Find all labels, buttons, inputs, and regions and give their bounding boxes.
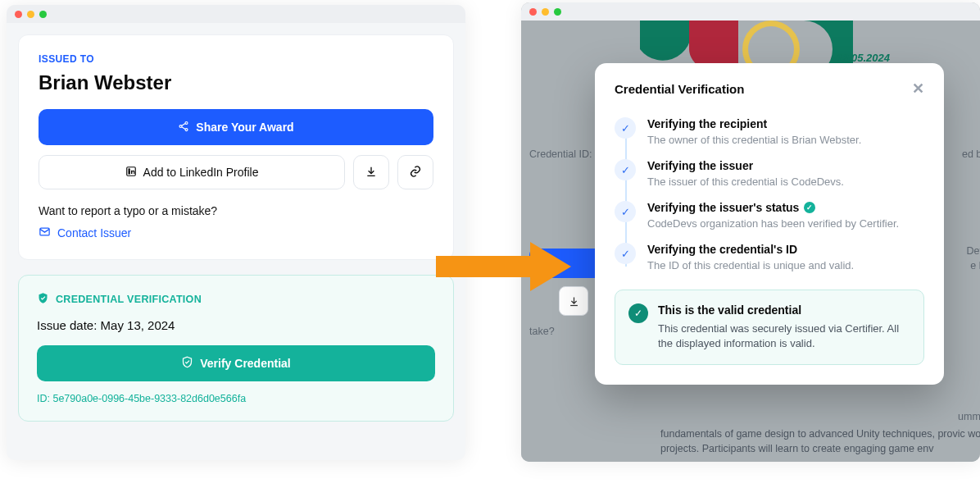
verification-card: CREDENTIAL VERIFICATION Issue date: May … xyxy=(18,275,454,422)
linkedin-label: Add to LinkedIn Profile xyxy=(143,166,259,179)
step-desc: CodeDevs organization has been verified … xyxy=(647,217,924,230)
peek-text-fragment: Devs xyxy=(967,245,980,257)
svg-marker-10 xyxy=(530,242,571,291)
window-min-dot[interactable] xyxy=(542,8,549,16)
verification-steps: ✓ Verifying the recipient The owner of t… xyxy=(615,111,924,278)
recipient-name: Brian Webster xyxy=(39,71,433,94)
window-max-dot[interactable] xyxy=(39,11,47,18)
svg-point-1 xyxy=(179,125,182,127)
peek-text-fragment: ed by: xyxy=(962,148,980,160)
step-credential-id: ✓ Verifying the credential's ID The ID o… xyxy=(615,236,924,278)
valid-credential-box: ✓ This is the valid credential This cred… xyxy=(615,290,924,365)
issue-date-value: May 13, 2024 xyxy=(101,318,175,332)
svg-line-4 xyxy=(182,126,185,129)
linkedin-icon xyxy=(125,166,137,180)
peek-text-fragment: ummer xyxy=(958,411,980,422)
verification-heading: CREDENTIAL VERIFICATION xyxy=(56,294,202,305)
add-linkedin-button[interactable]: Add to LinkedIn Profile xyxy=(39,155,345,189)
verification-heading-row: CREDENTIAL VERIFICATION xyxy=(37,292,435,307)
peek-paragraph: fundamentals of game design to advanced … xyxy=(660,426,980,458)
check-icon: ✓ xyxy=(615,243,636,264)
modal-title: Credential Verification xyxy=(615,82,744,96)
check-circle-icon: ✓ xyxy=(628,303,648,323)
issue-date-label: Issue date: xyxy=(37,318,97,332)
issued-card: ISSUED TO Brian Webster Share Your Award… xyxy=(18,34,454,260)
download-icon xyxy=(568,295,580,308)
download-button[interactable] xyxy=(353,155,389,189)
step-title: Verifying the recipient xyxy=(647,117,924,130)
action-row: Add to LinkedIn Profile xyxy=(39,155,433,189)
issue-date: Issue date: May 13, 2024 xyxy=(37,318,435,332)
window-max-dot[interactable] xyxy=(554,8,561,16)
step-title: Verifying the issuer's status ✓ xyxy=(647,201,924,214)
step-title: Verifying the issuer xyxy=(647,159,924,172)
credential-id: ID: 5e790a0e-0996-45be-9333-82d6d0e566fa xyxy=(37,393,435,404)
window-close-dot[interactable] xyxy=(15,11,22,18)
svg-line-3 xyxy=(182,123,185,125)
verify-credential-label: Verify Credential xyxy=(200,357,291,370)
svg-rect-6 xyxy=(129,170,129,173)
copy-link-button[interactable] xyxy=(397,155,433,189)
step-desc: The issuer of this credential is CodeDev… xyxy=(647,176,924,188)
contact-issuer-label: Contact Issuer xyxy=(57,226,131,239)
shield-check-icon xyxy=(37,292,49,307)
issued-to-label: ISSUED TO xyxy=(39,53,433,65)
verified-badge-icon: ✓ xyxy=(804,202,815,213)
contact-issuer-link[interactable]: Contact Issuer xyxy=(39,226,131,240)
step-recipient: ✓ Verifying the recipient The owner of t… xyxy=(615,111,924,153)
verify-credential-button[interactable]: Verify Credential xyxy=(37,345,435,381)
svg-point-7 xyxy=(129,168,129,169)
svg-point-0 xyxy=(185,121,188,124)
transition-arrow xyxy=(424,238,579,295)
close-icon[interactable]: ✕ xyxy=(912,81,924,96)
share-award-button[interactable]: Share Your Award xyxy=(39,109,433,145)
valid-title: This is the valid credential xyxy=(658,303,910,317)
verification-modal: Credential Verification ✕ ✓ Verifying th… xyxy=(595,63,944,385)
step-issuer-status: ✓ Verifying the issuer's status ✓ CodeDe… xyxy=(615,194,924,236)
step-desc: The ID of this credential is unique and … xyxy=(647,259,924,271)
bg-date-text: 13.05.2024 xyxy=(837,52,890,64)
left-window: ISSUED TO Brian Webster Share Your Award… xyxy=(7,5,465,460)
step-issuer: ✓ Verifying the issuer The issuer of thi… xyxy=(615,153,924,194)
share-icon xyxy=(178,121,189,135)
check-icon: ✓ xyxy=(615,201,636,222)
svg-point-2 xyxy=(185,128,188,130)
step-title: Verifying the credential's ID xyxy=(647,243,924,256)
valid-desc: This credential was securely issued via … xyxy=(658,322,910,351)
titlebar xyxy=(521,2,980,21)
svg-rect-9 xyxy=(436,256,534,277)
check-icon: ✓ xyxy=(615,159,636,180)
share-award-label: Share Your Award xyxy=(196,121,293,134)
peek-text-fragment: e lat xyxy=(970,260,980,271)
shield-icon xyxy=(181,356,193,371)
link-icon xyxy=(409,165,422,180)
peek-text-fragment: take? xyxy=(529,326,555,337)
window-close-dot[interactable] xyxy=(529,8,537,16)
report-typo-text: Want to report a typo or a mistake? xyxy=(39,204,433,217)
step-desc: The owner of this credential is Brian We… xyxy=(647,134,924,146)
mail-icon xyxy=(39,226,51,240)
download-icon xyxy=(365,165,378,180)
titlebar xyxy=(7,5,465,23)
right-window: 13.05.2024 Credential ID: take? ed by: D… xyxy=(521,2,980,462)
check-icon: ✓ xyxy=(615,117,636,139)
window-min-dot[interactable] xyxy=(27,11,34,18)
